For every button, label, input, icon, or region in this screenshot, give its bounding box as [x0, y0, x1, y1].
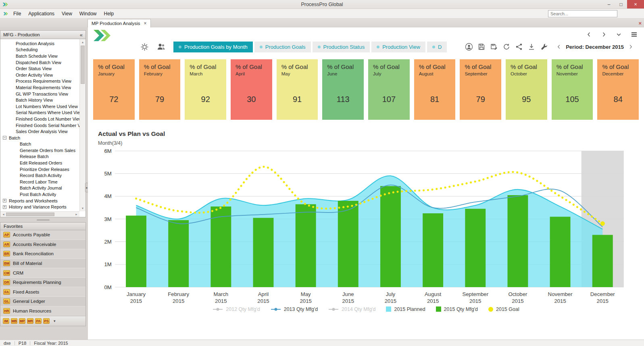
view-tab-production-goals-by-month[interactable]: Production Goals by Month	[173, 42, 253, 52]
favorite-human-resources[interactable]: HRHuman Resources	[0, 306, 85, 316]
search-input[interactable]	[548, 10, 617, 17]
quickbar-module-mr[interactable]: MR	[27, 318, 33, 324]
chevron-down-icon[interactable]	[616, 31, 622, 38]
sidebar-splitter[interactable]	[0, 217, 86, 222]
tree-vertical-scrollbar[interactable]: ▲ ▼	[79, 39, 85, 211]
user-icon[interactable]	[465, 43, 473, 51]
bar-july[interactable]	[380, 186, 401, 287]
favorite-bank-reconciliation[interactable]: BRBank Reconciliation	[0, 249, 85, 259]
collapse-box-icon[interactable]: −	[3, 136, 6, 140]
save-icon[interactable]	[477, 43, 486, 51]
quickbar-module-mp[interactable]: MP	[19, 318, 25, 324]
favorite-general-ledger[interactable]: GLGeneral Ledger	[0, 297, 85, 306]
tree-item-process-requirements-view[interactable]: Process Requirements View	[0, 78, 79, 85]
quickbar-module-mb[interactable]: MB	[11, 318, 17, 324]
tree-item-batch-schedule-view[interactable]: Batch Schedule View	[0, 53, 79, 59]
tree-item-history-and-variance-reports[interactable]: +History and Variance Reports	[0, 204, 79, 210]
legend-2015-qty-mfg-d[interactable]: 2015 Qty Mfg'd	[436, 306, 478, 312]
bar-august[interactable]	[423, 213, 443, 287]
tree-item-lot-numbers-where-used-view[interactable]: Lot Numbers Where Used View	[0, 103, 79, 110]
bar-february[interactable]	[168, 220, 189, 287]
tree-item-reports-and-worksheets[interactable]: +Reports and Worksheets	[0, 198, 79, 204]
menu-view[interactable]: View	[58, 10, 76, 18]
app-menu-icon[interactable]	[3, 12, 8, 16]
chevron-right-icon[interactable]	[601, 31, 607, 38]
download-icon[interactable]	[527, 43, 536, 51]
tree-item-record-labor-time[interactable]: Record Labor Time	[0, 179, 79, 185]
tree-item-dispatched-batch-view[interactable]: Dispatched Batch View	[0, 59, 79, 66]
close-button[interactable]: ×	[627, 0, 644, 8]
view-tab-production-goals[interactable]: Production Goals	[254, 42, 311, 52]
favorite-accounts-receivable[interactable]: ARAccounts Receivable	[0, 240, 85, 250]
favorite-requirements-planning[interactable]: DRRequirements Planning	[0, 278, 85, 288]
favorites-header[interactable]: Favorites	[0, 222, 86, 230]
bar-june[interactable]	[338, 201, 358, 287]
sidebar-collapse-button[interactable]: «	[80, 32, 83, 38]
tree-item-generate-orders-from-sales[interactable]: Generate Orders from Sales	[0, 147, 79, 154]
legend-2013-qty-mfg-d[interactable]: 2013 Qty Mfg'd	[271, 306, 318, 312]
scrollbar-thumb[interactable]	[6, 213, 54, 216]
menu-applications[interactable]: Applications	[25, 10, 58, 18]
bar-december[interactable]	[592, 235, 613, 287]
quickbar-module-im[interactable]: IM	[3, 318, 9, 324]
legend-2012-qty-mfg-d[interactable]: 2012 Qty Mfg'd	[213, 306, 260, 312]
scroll-right-icon[interactable]: ►	[75, 213, 78, 216]
tree-item-batch[interactable]: Batch	[0, 141, 79, 148]
tree-item-gl-wip-transactions-view[interactable]: GL WIP Transactions View	[0, 91, 79, 97]
favorite-accounts-payable[interactable]: APAccounts Payable	[0, 230, 85, 240]
bar-may[interactable]	[296, 204, 316, 287]
favorite-fixed-assets[interactable]: FAFixed Assets	[0, 287, 85, 297]
expand-box-icon[interactable]: +	[3, 199, 6, 202]
tree-item-serial-numbers-where-used-view[interactable]: Serial Numbers Where Used View	[0, 110, 79, 116]
maximize-button[interactable]: □	[615, 0, 627, 8]
tree-item-batch[interactable]: −Batch	[0, 135, 79, 141]
view-tab-production-view[interactable]: Production View	[371, 42, 425, 52]
favorite-crm[interactable]: CMCRM	[0, 268, 85, 278]
tree-item-release-batch[interactable]: Release Batch	[0, 154, 79, 160]
wrench-icon[interactable]	[540, 43, 548, 51]
period-prev-button[interactable]	[554, 44, 563, 50]
quickbar-module-pa[interactable]: PA	[35, 318, 42, 324]
tree-item-post-batch-activity[interactable]: Post Batch Activity	[0, 191, 79, 198]
view-tab-production-status[interactable]: Production Status	[313, 42, 370, 52]
menu-icon[interactable]	[631, 31, 638, 38]
save-as-icon[interactable]	[490, 43, 498, 51]
tree-item-sales-order-analysis-view[interactable]: Sales Order Analysis View	[0, 128, 79, 135]
bar-october[interactable]	[507, 195, 528, 287]
expand-box-icon[interactable]: +	[3, 205, 6, 209]
menu-help[interactable]: Help	[100, 10, 118, 18]
scrollbar-thumb[interactable]	[81, 46, 85, 84]
period-next-button[interactable]	[626, 44, 635, 50]
favorite-bill-of-material[interactable]: BMBill of Material	[0, 259, 85, 269]
tree-item-record-batch-activity[interactable]: Record Batch Activity	[0, 172, 79, 179]
refresh-icon[interactable]	[502, 43, 511, 51]
tree-item-finished-goods-serial-number-view[interactable]: Finished Goods Serial Number View	[0, 122, 79, 129]
scroll-left-icon[interactable]: ◄	[2, 213, 5, 216]
legend-2014-qty-mfg-d[interactable]: 2014 Qty Mfg'd	[328, 306, 375, 312]
bar-january[interactable]	[126, 216, 146, 287]
quickbar-dropdown-icon[interactable]: ▾	[54, 319, 56, 323]
settings-gear-icon[interactable]	[140, 43, 149, 51]
tree-item-order-status-view[interactable]: Order Status View	[0, 65, 79, 72]
bar-april[interactable]	[253, 218, 274, 287]
tree-item-order-activity-view[interactable]: Order Activity View	[0, 72, 79, 78]
tree-item-production-analysis[interactable]: Production Analysis	[0, 40, 79, 47]
tree-item-edit-released-orders[interactable]: Edit Released Orders	[0, 160, 79, 166]
tree-horizontal-scrollbar[interactable]: ◄ ►	[0, 211, 79, 217]
tree-item-batch-history-view[interactable]: Batch History View	[0, 97, 79, 103]
tree-item-finished-goods-lot-number-view[interactable]: Finished Goods Lot Number View	[0, 116, 79, 122]
legend-2015-goal[interactable]: 2015 Goal	[488, 306, 519, 312]
scroll-down-icon[interactable]: ▼	[80, 207, 85, 210]
tree-item-batch-activity-journal[interactable]: Batch Activity Journal	[0, 185, 79, 192]
users-icon[interactable]	[156, 42, 166, 52]
chevron-left-icon[interactable]	[586, 31, 592, 38]
tree-item-material-requirements-view[interactable]: Material Requirements View	[0, 84, 79, 91]
tree-item-scheduling[interactable]: Scheduling	[0, 47, 79, 53]
menu-window[interactable]: Window	[76, 10, 100, 18]
share-icon[interactable]	[515, 43, 523, 51]
quickbar-module-ps[interactable]: PS	[43, 318, 50, 324]
tabstrip-close-icon[interactable]: ×	[638, 20, 642, 26]
bar-march[interactable]	[210, 206, 231, 287]
minimize-button[interactable]: –	[603, 0, 615, 8]
menu-file[interactable]: File	[10, 10, 25, 18]
